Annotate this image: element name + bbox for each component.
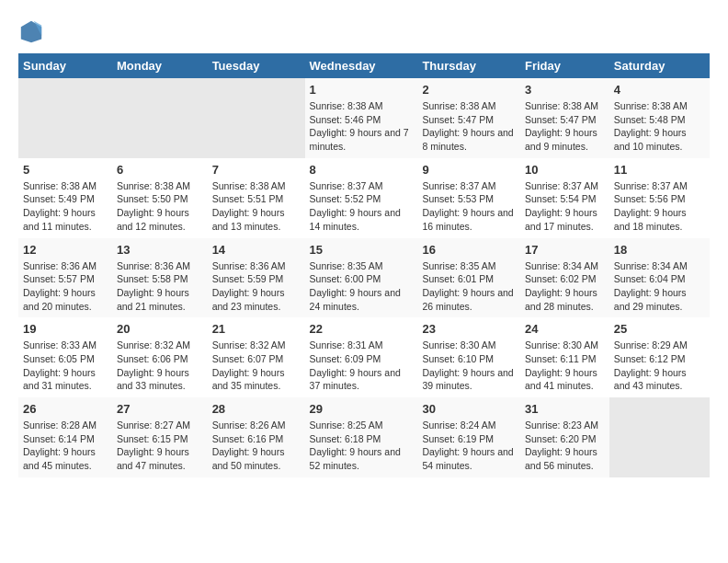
- calendar-cell: [609, 397, 710, 477]
- day-info: Sunrise: 8:38 AM Sunset: 5:50 PM Dayligh…: [117, 179, 203, 234]
- day-info: Sunrise: 8:32 AM Sunset: 6:06 PM Dayligh…: [117, 339, 203, 393]
- day-info: Sunrise: 8:29 AM Sunset: 6:12 PM Dayligh…: [614, 339, 705, 393]
- day-number: 8: [310, 163, 414, 177]
- day-number: 30: [422, 402, 516, 416]
- calendar-table: SundayMondayTuesdayWednesdayThursdayFrid…: [18, 53, 710, 477]
- day-info: Sunrise: 8:38 AM Sunset: 5:47 PM Dayligh…: [525, 99, 605, 154]
- day-number: 13: [117, 243, 203, 257]
- day-number: 26: [23, 402, 108, 416]
- day-info: Sunrise: 8:32 AM Sunset: 6:07 PM Dayligh…: [212, 339, 301, 393]
- day-number: 18: [614, 243, 705, 257]
- weekday-header: Thursday: [417, 53, 520, 78]
- day-number: 24: [525, 322, 605, 336]
- weekday-header: Sunday: [18, 53, 112, 78]
- day-info: Sunrise: 8:34 AM Sunset: 6:04 PM Dayligh…: [614, 259, 705, 314]
- calendar-cell: 22Sunrise: 8:31 AM Sunset: 6:09 PM Dayli…: [305, 317, 418, 397]
- day-number: 25: [614, 322, 705, 336]
- day-number: 29: [310, 402, 414, 416]
- calendar-cell: 18Sunrise: 8:34 AM Sunset: 6:04 PM Dayli…: [609, 238, 710, 318]
- day-number: 2: [422, 83, 516, 97]
- day-info: Sunrise: 8:38 AM Sunset: 5:49 PM Dayligh…: [23, 179, 108, 234]
- calendar-cell: 14Sunrise: 8:36 AM Sunset: 5:59 PM Dayli…: [208, 238, 305, 318]
- day-info: Sunrise: 8:27 AM Sunset: 6:15 PM Dayligh…: [117, 419, 203, 473]
- weekday-header: Tuesday: [208, 53, 305, 78]
- weekday-header: Friday: [520, 53, 609, 78]
- day-info: Sunrise: 8:24 AM Sunset: 6:19 PM Dayligh…: [422, 419, 516, 473]
- day-info: Sunrise: 8:30 AM Sunset: 6:10 PM Dayligh…: [422, 339, 516, 393]
- calendar-cell: 20Sunrise: 8:32 AM Sunset: 6:06 PM Dayli…: [112, 317, 208, 397]
- calendar-cell: 31Sunrise: 8:23 AM Sunset: 6:20 PM Dayli…: [520, 397, 609, 477]
- day-info: Sunrise: 8:36 AM Sunset: 5:59 PM Dayligh…: [212, 259, 301, 314]
- day-number: 9: [422, 163, 516, 177]
- day-number: 6: [117, 163, 203, 177]
- day-number: 14: [212, 243, 301, 257]
- weekday-header-row: SundayMondayTuesdayWednesdayThursdayFrid…: [18, 53, 710, 78]
- logo: [18, 18, 48, 44]
- day-number: 23: [422, 322, 516, 336]
- calendar-cell: 27Sunrise: 8:27 AM Sunset: 6:15 PM Dayli…: [112, 397, 208, 477]
- calendar-cell: 3Sunrise: 8:38 AM Sunset: 5:47 PM Daylig…: [520, 78, 609, 158]
- weekday-header: Saturday: [609, 53, 710, 78]
- calendar-week-row: 12Sunrise: 8:36 AM Sunset: 5:57 PM Dayli…: [18, 238, 710, 318]
- day-number: 15: [310, 243, 414, 257]
- day-number: 22: [310, 322, 414, 336]
- calendar-cell: 8Sunrise: 8:37 AM Sunset: 5:52 PM Daylig…: [305, 158, 418, 238]
- day-number: 16: [422, 243, 516, 257]
- calendar-cell: 4Sunrise: 8:38 AM Sunset: 5:48 PM Daylig…: [609, 78, 710, 158]
- calendar-week-row: 5Sunrise: 8:38 AM Sunset: 5:49 PM Daylig…: [18, 158, 710, 238]
- day-info: Sunrise: 8:38 AM Sunset: 5:46 PM Dayligh…: [310, 99, 414, 154]
- day-info: Sunrise: 8:33 AM Sunset: 6:05 PM Dayligh…: [23, 339, 108, 393]
- day-info: Sunrise: 8:34 AM Sunset: 6:02 PM Dayligh…: [525, 259, 605, 314]
- day-info: Sunrise: 8:23 AM Sunset: 6:20 PM Dayligh…: [525, 419, 605, 473]
- calendar-cell: 11Sunrise: 8:37 AM Sunset: 5:56 PM Dayli…: [609, 158, 710, 238]
- day-info: Sunrise: 8:25 AM Sunset: 6:18 PM Dayligh…: [310, 419, 414, 473]
- day-info: Sunrise: 8:36 AM Sunset: 5:58 PM Dayligh…: [117, 259, 203, 314]
- calendar-cell: 13Sunrise: 8:36 AM Sunset: 5:58 PM Dayli…: [112, 238, 208, 318]
- day-info: Sunrise: 8:37 AM Sunset: 5:52 PM Dayligh…: [310, 179, 414, 234]
- day-number: 4: [614, 83, 705, 97]
- calendar-cell: 10Sunrise: 8:37 AM Sunset: 5:54 PM Dayli…: [520, 158, 609, 238]
- day-info: Sunrise: 8:26 AM Sunset: 6:16 PM Dayligh…: [212, 419, 301, 473]
- calendar-cell: 7Sunrise: 8:38 AM Sunset: 5:51 PM Daylig…: [208, 158, 305, 238]
- weekday-header: Wednesday: [305, 53, 418, 78]
- day-number: 10: [525, 163, 605, 177]
- day-info: Sunrise: 8:36 AM Sunset: 5:57 PM Dayligh…: [23, 259, 108, 314]
- day-number: 28: [212, 402, 301, 416]
- day-number: 31: [525, 402, 605, 416]
- calendar-week-row: 26Sunrise: 8:28 AM Sunset: 6:14 PM Dayli…: [18, 397, 710, 477]
- logo-icon: [18, 18, 44, 44]
- calendar-week-row: 19Sunrise: 8:33 AM Sunset: 6:05 PM Dayli…: [18, 317, 710, 397]
- calendar-cell: 24Sunrise: 8:30 AM Sunset: 6:11 PM Dayli…: [520, 317, 609, 397]
- calendar-cell: [208, 78, 305, 158]
- day-number: 5: [23, 163, 108, 177]
- calendar-cell: 5Sunrise: 8:38 AM Sunset: 5:49 PM Daylig…: [18, 158, 112, 238]
- calendar-cell: 1Sunrise: 8:38 AM Sunset: 5:46 PM Daylig…: [305, 78, 418, 158]
- calendar-week-row: 1Sunrise: 8:38 AM Sunset: 5:46 PM Daylig…: [18, 78, 710, 158]
- calendar-cell: 19Sunrise: 8:33 AM Sunset: 6:05 PM Dayli…: [18, 317, 112, 397]
- day-number: 20: [117, 322, 203, 336]
- day-number: 21: [212, 322, 301, 336]
- calendar-cell: 2Sunrise: 8:38 AM Sunset: 5:47 PM Daylig…: [417, 78, 520, 158]
- calendar-cell: 29Sunrise: 8:25 AM Sunset: 6:18 PM Dayli…: [305, 397, 418, 477]
- day-info: Sunrise: 8:37 AM Sunset: 5:54 PM Dayligh…: [525, 179, 605, 234]
- day-number: 27: [117, 402, 203, 416]
- day-info: Sunrise: 8:28 AM Sunset: 6:14 PM Dayligh…: [23, 419, 108, 473]
- day-number: 12: [23, 243, 108, 257]
- calendar-cell: 9Sunrise: 8:37 AM Sunset: 5:53 PM Daylig…: [417, 158, 520, 238]
- calendar-cell: 6Sunrise: 8:38 AM Sunset: 5:50 PM Daylig…: [112, 158, 208, 238]
- day-number: 1: [310, 83, 414, 97]
- calendar-cell: 21Sunrise: 8:32 AM Sunset: 6:07 PM Dayli…: [208, 317, 305, 397]
- weekday-header: Monday: [112, 53, 208, 78]
- day-info: Sunrise: 8:38 AM Sunset: 5:51 PM Dayligh…: [212, 179, 301, 234]
- calendar-cell: 12Sunrise: 8:36 AM Sunset: 5:57 PM Dayli…: [18, 238, 112, 318]
- day-info: Sunrise: 8:35 AM Sunset: 6:01 PM Dayligh…: [422, 259, 516, 314]
- day-info: Sunrise: 8:35 AM Sunset: 6:00 PM Dayligh…: [310, 259, 414, 314]
- calendar-cell: [18, 78, 112, 158]
- calendar-cell: 25Sunrise: 8:29 AM Sunset: 6:12 PM Dayli…: [609, 317, 710, 397]
- day-number: 7: [212, 163, 301, 177]
- calendar-cell: 16Sunrise: 8:35 AM Sunset: 6:01 PM Dayli…: [417, 238, 520, 318]
- day-info: Sunrise: 8:31 AM Sunset: 6:09 PM Dayligh…: [310, 339, 414, 393]
- calendar-cell: 17Sunrise: 8:34 AM Sunset: 6:02 PM Dayli…: [520, 238, 609, 318]
- day-info: Sunrise: 8:37 AM Sunset: 5:56 PM Dayligh…: [614, 179, 705, 234]
- calendar-cell: [112, 78, 208, 158]
